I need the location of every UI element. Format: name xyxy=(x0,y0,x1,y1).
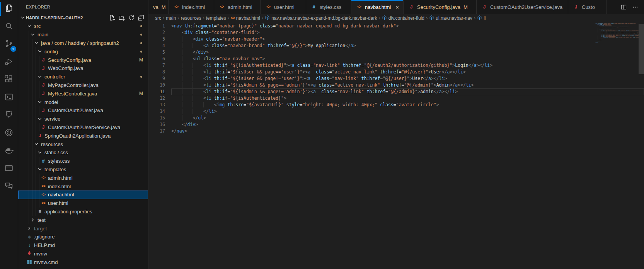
tab-styles.css[interactable]: #styles.css xyxy=(306,0,351,14)
code-line[interactable]: 16 </div> xyxy=(148,121,644,128)
breadcrumb-item-resources[interactable]: resources xyxy=(181,15,201,21)
tree-item-controller[interactable]: controller xyxy=(18,73,148,81)
line-number[interactable]: 4 xyxy=(148,43,171,49)
activity-bar-item-explorer[interactable] xyxy=(0,0,18,18)
tree-item-templates[interactable]: templates xyxy=(18,165,148,174)
tree-item-main[interactable]: main xyxy=(18,31,148,39)
code-line[interactable]: 11 <li th:if="${isAdmin && page!='admin'… xyxy=(148,89,644,95)
tree-item-src[interactable]: src xyxy=(18,22,148,31)
activity-bar-item-docker[interactable] xyxy=(0,142,18,160)
new-folder-icon[interactable] xyxy=(119,15,125,21)
breadcrumb-item-main[interactable]: main xyxy=(166,15,176,21)
code-line[interactable]: 2 <div class="container-fluid"> xyxy=(148,29,644,36)
line-number[interactable]: 8 xyxy=(148,69,171,75)
tree-item-navbar.html[interactable]: <>navbar.html xyxy=(18,191,148,199)
workspace-section-header[interactable]: HADDLEY-SPRING-OAUTH2 xyxy=(18,14,148,22)
tree-item-CustomOAuth2UserService.java[interactable]: JCustomOAuth2UserService.java xyxy=(18,123,148,132)
line-number[interactable]: 14 xyxy=(148,108,171,115)
code-line[interactable]: 1<nav th:fragment="navbar (page)" class=… xyxy=(148,23,644,29)
code-line[interactable]: 4 <a class="navbar-brand" th:href="@{/}"… xyxy=(148,43,644,49)
code-line[interactable]: 9 <li th:if="${isUser && page!='user'}">… xyxy=(148,75,644,82)
new-file-icon[interactable] xyxy=(109,15,115,21)
line-number[interactable]: 1 xyxy=(148,23,171,29)
tree-item-java-com-haddley-springoauth2[interactable]: java / com / haddley / springoauth2 xyxy=(18,39,148,48)
refresh-icon[interactable] xyxy=(128,15,135,21)
tree-item-mvnw[interactable]: mvnw xyxy=(18,250,148,258)
breadcrumb-item-div.container-fluid[interactable]: div.container-fluid xyxy=(382,15,424,21)
tab-Custo[interactable]: JCusto xyxy=(568,0,607,14)
code-line[interactable]: 17</nav> xyxy=(148,128,644,134)
line-number[interactable]: 17 xyxy=(148,128,171,134)
activity-bar-item-spring-boot[interactable] xyxy=(0,124,18,142)
activity-bar-item-comments[interactable] xyxy=(0,178,18,196)
tab-user.html[interactable]: <>user.html xyxy=(261,0,306,14)
tree-item-admin.html[interactable]: <>admin.html xyxy=(18,174,148,182)
tree-item-resources[interactable]: resources xyxy=(18,140,148,148)
close-icon[interactable]: × xyxy=(395,4,399,10)
breadcrumb-item-src[interactable]: src xyxy=(155,15,161,21)
line-number[interactable]: 3 xyxy=(148,36,171,43)
activity-bar-item-terminal[interactable] xyxy=(0,89,18,107)
breadcrumb-item-nav.navbar.navbar-expand-md.bg-dark.navbar-dark[interactable]: nav.navbar.navbar-expand-md.bg-dark.navb… xyxy=(265,15,377,21)
activity-bar-item-source-control[interactable]: 2 xyxy=(0,36,18,53)
tree-item-SpringOauth2Application.java[interactable]: JSpringOauth2Application.java xyxy=(18,131,148,140)
line-number[interactable]: 15 xyxy=(148,115,171,121)
code-line[interactable]: 3 <div class="navbar-header"> xyxy=(148,36,644,43)
tree-item-test[interactable]: test xyxy=(18,216,148,224)
tree-item-target[interactable]: target xyxy=(18,224,148,233)
activity-bar-item-search[interactable] xyxy=(0,18,18,36)
code-line[interactable]: 13 <img th:src="${avatarUrl}" style="hei… xyxy=(148,102,644,108)
tab-va[interactable]: vaM xyxy=(148,0,169,14)
line-number[interactable]: 2 xyxy=(148,29,171,36)
tree-item-MyPageController.java[interactable]: JMyPageController.java xyxy=(18,81,148,90)
tab-SecurityConfig.java[interactable]: JSecurityConfig.javaM xyxy=(404,0,477,14)
line-number[interactable]: 11 xyxy=(148,89,171,95)
tree-item-user.html[interactable]: <>user.html xyxy=(18,199,148,208)
activity-bar-item-remote-window[interactable] xyxy=(0,160,18,178)
breadcrumb-item-ul.nav.navbar-nav[interactable]: ul.nav.navbar-nav xyxy=(429,15,472,21)
line-number[interactable]: 16 xyxy=(148,121,171,128)
activity-bar-item-github[interactable] xyxy=(0,107,18,124)
tree-item-static-css[interactable]: static / css xyxy=(18,148,148,157)
tree-item-CustomOAuth2User.java[interactable]: JCustomOAuth2User.java xyxy=(18,106,148,115)
code-line[interactable]: 12 <li th:if="${isAuthenticated}"> xyxy=(148,95,644,102)
code-line[interactable]: 7 <li th:if="${!isAuthenticated}"><a cla… xyxy=(148,62,644,69)
line-number[interactable]: 13 xyxy=(148,102,171,108)
tree-item-WebConfig.java[interactable]: JWebConfig.java xyxy=(18,64,148,73)
tree-item-model[interactable]: model xyxy=(18,98,148,106)
code-line[interactable]: 14 </li> xyxy=(148,108,644,115)
code-line[interactable]: 5 </div> xyxy=(148,49,644,56)
tree-item-MyRestController.java[interactable]: JMyRestController.javaM xyxy=(18,89,148,98)
line-number[interactable]: 7 xyxy=(148,62,171,69)
tree-item-config[interactable]: config xyxy=(18,47,148,56)
code-line[interactable]: 15 </ul> xyxy=(148,115,644,121)
tab-CustomOAuth2UserService.java[interactable]: JCustomOAuth2UserService.java xyxy=(477,0,568,14)
line-number[interactable]: 6 xyxy=(148,56,171,62)
tree-item-mvnw.cmd[interactable]: mvnw.cmd xyxy=(18,258,148,266)
split-editor-icon[interactable] xyxy=(621,4,627,10)
tree-item-.gitignore[interactable]: ◆.gitignore xyxy=(18,233,148,241)
tree-item-HELP.md[interactable]: ↓HELP.md xyxy=(18,241,148,250)
tree-item-index.html[interactable]: <>index.html xyxy=(18,182,148,191)
line-number[interactable]: 10 xyxy=(148,82,171,89)
activity-bar-item-run-and-debug[interactable] xyxy=(0,53,18,71)
code-line[interactable]: 8 <li th:if="${isUser && page=='user'}">… xyxy=(148,69,644,75)
code-line[interactable]: 6 <ul class="nav navbar-nav"> xyxy=(148,56,644,62)
scrollbar-thumb[interactable] xyxy=(639,24,644,74)
line-number[interactable]: 5 xyxy=(148,49,171,56)
line-number[interactable]: 12 xyxy=(148,95,171,102)
code-editor[interactable]: 1<nav th:fragment="navbar (page)" class=… xyxy=(148,22,644,269)
breadcrumb-item-templates[interactable]: templates xyxy=(206,15,226,21)
code-line[interactable]: 10 <li th:if="${isAdmin && page=='admin'… xyxy=(148,82,644,89)
breadcrumb-item-navbar.html[interactable]: <>navbar.html xyxy=(231,15,260,21)
tab-index.html[interactable]: <>index.html xyxy=(169,0,214,14)
collapse-all-icon[interactable] xyxy=(138,15,144,21)
tab-admin.html[interactable]: <>admin.html xyxy=(214,0,261,14)
tree-item-styles.css[interactable]: #styles.css xyxy=(18,157,148,165)
breadcrumb-item-li[interactable]: li xyxy=(477,15,486,21)
more-icon[interactable] xyxy=(632,4,638,10)
tree-item-SecurityConfig.java[interactable]: JSecurityConfig.javaM xyxy=(18,56,148,64)
line-number[interactable]: 9 xyxy=(148,75,171,82)
tab-navbar.html[interactable]: <>navbar.html× xyxy=(351,0,404,14)
tree-item-application.properties[interactable]: ≡application.properties xyxy=(18,208,148,216)
